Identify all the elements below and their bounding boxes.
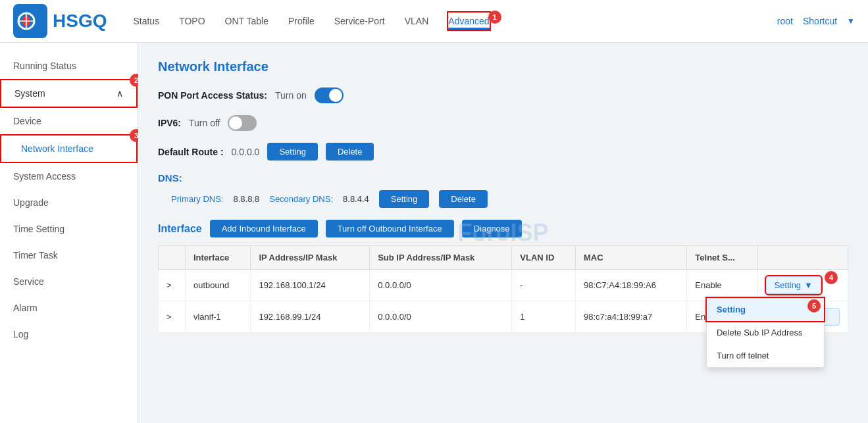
pon-port-row: PON Port Access Status: Turn on [158, 87, 848, 103]
dns-setting-button[interactable]: Setting [379, 190, 429, 208]
col-action [757, 246, 848, 270]
table-body: > outbound 192.168.100.1/24 0.0.0.0/0 - … [159, 270, 848, 333]
pon-port-label: PON Port Access Status: [158, 90, 267, 101]
setting-dropdown-btn-1[interactable]: Setting ▼ [766, 276, 821, 294]
sidebar-item-time-setting[interactable]: Time Setting [0, 216, 138, 242]
cell-ip-1: 192.168.100.1/24 [251, 270, 370, 301]
default-route-value: 0.0.0.0 [232, 147, 260, 157]
cell-mac-1: 98:C7:A4:18:99:A6 [576, 270, 687, 301]
chevron-up-icon: ∧ [116, 88, 123, 99]
col-interface: Interface [185, 246, 250, 270]
user-label: root [777, 16, 793, 26]
sidebar-item-log[interactable]: Log [0, 321, 138, 347]
badge-5: 5 [807, 299, 821, 312]
cell-action-1: Setting ▼ 4 Setting 5 [757, 270, 848, 301]
nav-service-port[interactable]: Service-Port [334, 12, 385, 30]
diagnose-button[interactable]: Diagnose [462, 220, 522, 237]
sidebar-section-system[interactable]: System ∧ [0, 79, 138, 108]
col-expand [159, 246, 186, 270]
turn-off-outbound-button[interactable]: Turn off Outbound Interface [326, 220, 454, 237]
sidebar-item-alarm[interactable]: Alarm [0, 295, 138, 321]
cell-sub-ip-1: 0.0.0.0/0 [370, 270, 512, 301]
col-sub-ip: Sub IP Address/IP Mask [370, 246, 512, 270]
logo-text: HSGQ [53, 11, 107, 32]
ipv6-label: IPV6: [158, 118, 181, 128]
default-route-label: Default Route : [158, 147, 224, 157]
default-route-delete-button[interactable]: Delete [326, 143, 374, 161]
shortcut-label[interactable]: Shortcut [803, 16, 837, 26]
badge-1: 1 [488, 11, 501, 24]
cell-ip-2: 192.168.99.1/24 [251, 301, 370, 333]
nav-status[interactable]: Status [133, 12, 159, 30]
sidebar-item-upgrade[interactable]: Upgrade [0, 189, 138, 216]
ipv6-row: IPV6: Turn off [158, 115, 848, 131]
dropdown-item-turn-off-telnet[interactable]: Turn off telnet [707, 344, 824, 367]
sidebar-item-service[interactable]: Service [0, 268, 138, 295]
sidebar-item-device[interactable]: Device [0, 108, 138, 134]
ipv6-toggle[interactable] [228, 115, 257, 131]
main-content: ForoISP Network Interface PON Port Acces… [138, 43, 868, 423]
main-nav: Status TOPO ONT Table Profile Service-Po… [133, 12, 777, 30]
table-container: Interface IP Address/IP Mask Sub IP Addr… [158, 245, 848, 333]
nav-advanced[interactable]: Advanced [448, 12, 489, 30]
col-mac: MAC [576, 246, 687, 270]
sidebar-item-system-access[interactable]: System Access [0, 163, 138, 189]
cell-interface-1: outbound [185, 270, 250, 301]
cell-vlan-1: - [512, 270, 576, 301]
nav-topo[interactable]: TOPO [179, 12, 205, 30]
dns-title: DNS: [158, 172, 848, 184]
sidebar-item-running-status[interactable]: Running Status [0, 53, 138, 79]
cell-vlan-2: 1 [512, 301, 576, 333]
sidebar: Running Status System ∧ 2 Device Network… [0, 43, 138, 423]
sidebar-item-network-interface[interactable]: Network Interface [0, 134, 138, 163]
layout: Running Status System ∧ 2 Device Network… [0, 43, 868, 423]
interface-table: Interface IP Address/IP Mask Sub IP Addr… [158, 245, 848, 333]
nav-vlan[interactable]: VLAN [405, 12, 429, 30]
table-row: > outbound 192.168.100.1/24 0.0.0.0/0 - … [159, 270, 848, 301]
col-vlan: VLAN ID [512, 246, 576, 270]
cell-mac-2: 98:c7:a4:18:99:a7 [576, 301, 687, 333]
table-header: Interface IP Address/IP Mask Sub IP Addr… [159, 246, 848, 270]
secondary-dns-label: Secondary DNS: [269, 194, 333, 204]
dns-section: DNS: Primary DNS: 8.8.8.8 Secondary DNS:… [158, 172, 848, 208]
add-inbound-button[interactable]: Add Inbound Interface [210, 220, 318, 237]
col-telnet: Telnet S... [687, 246, 757, 270]
header-right: root Shortcut ▼ [777, 16, 855, 26]
sidebar-item-timer-task[interactable]: Timer Task [0, 242, 138, 268]
cell-sub-ip-2: 0.0.0.0/0 [370, 301, 512, 333]
pon-port-toggle[interactable] [315, 87, 344, 103]
chevron-down-icon[interactable]: ▼ [847, 16, 855, 26]
badge-4: 4 [825, 271, 838, 284]
expand-btn-2[interactable]: > [159, 301, 186, 333]
interface-title: Interface [158, 223, 202, 235]
cell-telnet-1: Enable [687, 270, 757, 301]
default-route-row: Default Route : 0.0.0.0 Setting Delete [158, 143, 848, 161]
dropdown-item-delete-sub-ip[interactable]: Delete Sub IP Address [707, 321, 824, 344]
interface-header: Interface Add Inbound Interface Turn off… [158, 220, 848, 237]
nav-profile[interactable]: Profile [288, 12, 315, 30]
dns-delete-button[interactable]: Delete [439, 190, 488, 208]
cell-interface-2: vlanif-1 [185, 301, 250, 333]
pon-port-value: Turn on [275, 90, 307, 101]
secondary-dns-value: 8.8.4.4 [343, 194, 369, 204]
logo: HSGQ [13, 4, 107, 38]
primary-dns-label: Primary DNS: [171, 194, 223, 204]
dns-row: Primary DNS: 8.8.8.8 Secondary DNS: 8.8.… [158, 190, 848, 208]
dropdown-item-setting[interactable]: Setting 5 [707, 298, 824, 321]
setting-label-1: Setting [775, 280, 801, 290]
col-ip: IP Address/IP Mask [251, 246, 370, 270]
nav-ont-table[interactable]: ONT Table [225, 12, 268, 30]
chevron-down-icon-1: ▼ [804, 280, 813, 290]
default-route-setting-button[interactable]: Setting [267, 143, 317, 161]
setting-dropdown-menu: Setting 5 Delete Sub IP Address Turn off… [706, 297, 825, 368]
interface-section: Interface Add Inbound Interface Turn off… [158, 220, 848, 333]
expand-btn-1[interactable]: > [159, 270, 186, 301]
ipv6-value: Turn off [189, 118, 220, 128]
header: HSGQ Status TOPO ONT Table Profile Servi… [0, 0, 868, 43]
logo-icon [13, 4, 47, 38]
primary-dns-value: 8.8.8.8 [233, 194, 259, 204]
system-label: System [14, 88, 45, 99]
page-title: Network Interface [158, 59, 848, 74]
